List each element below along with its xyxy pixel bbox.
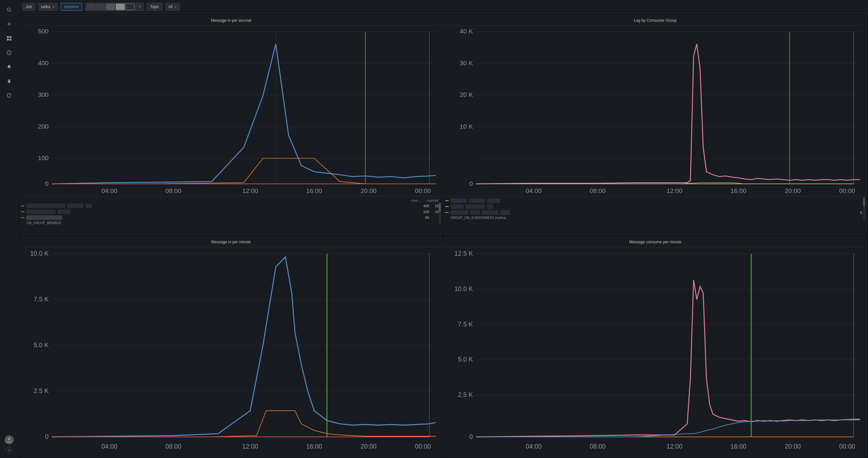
- avatar[interactable]: [5, 435, 14, 444]
- legend-label-1c: [86, 204, 92, 208]
- chart-lag-consumer-area: 40 K 30 K 20 K 10 K 0 04:00 08:00 12:00 …: [444, 26, 866, 196]
- svg-text:0: 0: [469, 180, 473, 187]
- svg-text:10.0 K: 10.0 K: [30, 250, 49, 257]
- topic-button[interactable]: Topic: [146, 3, 162, 11]
- help-icon[interactable]: ?: [5, 447, 13, 454]
- svg-text:00:00: 00:00: [415, 443, 431, 450]
- bell-icon[interactable]: [3, 61, 15, 73]
- svg-text:200: 200: [38, 123, 49, 130]
- legend-row-1: 405 151: [21, 203, 441, 209]
- search-icon[interactable]: [3, 4, 15, 15]
- instance-chip-2[interactable]: [96, 4, 105, 10]
- svg-text:20:00: 20:00: [361, 188, 376, 194]
- svg-text:16:00: 16:00: [731, 443, 746, 450]
- legend-label-2: [26, 209, 56, 214]
- svg-rect-6: [7, 39, 9, 41]
- legend-color-2: [21, 211, 24, 212]
- chart-msg-per-minute-title: Message in per minute: [20, 237, 442, 247]
- svg-text:0: 0: [469, 433, 473, 440]
- lag-legend-row-2: [445, 204, 865, 209]
- svg-text:7.5 K: 7.5 K: [34, 295, 49, 302]
- lag-legend-label-2: [451, 204, 464, 209]
- svg-text:04:00: 04:00: [101, 188, 117, 194]
- job-button[interactable]: Job: [22, 3, 35, 11]
- svg-marker-10: [8, 53, 9, 54]
- svg-text:08:00: 08:00: [165, 443, 181, 450]
- sidebar: ?: [0, 0, 18, 458]
- chart-msg-per-second-area: 500 400 300 200 100 0 04:00 08:00 12:00 …: [20, 26, 442, 196]
- svg-text:12:00: 12:00: [666, 443, 682, 450]
- plus-icon[interactable]: [3, 18, 15, 30]
- instance-selector[interactable]: [85, 3, 144, 11]
- lag-legend-color-2: [445, 206, 448, 207]
- lag-legend-color-3: [445, 212, 448, 213]
- svg-text:300: 300: [38, 92, 49, 98]
- gear-icon[interactable]: [3, 75, 15, 87]
- svg-text:30 K: 30 K: [460, 60, 473, 66]
- chart-consume-per-minute: Message consume per minute 12.5 K 10.0 K…: [444, 237, 867, 457]
- kafka-dropdown[interactable]: kafka: [38, 3, 58, 11]
- instance-dropdown-arrow[interactable]: [136, 4, 143, 10]
- svg-text:2.5 K: 2.5 K: [458, 391, 473, 398]
- lag-group-label: GROUP_CM_SUBSCRIBER1 (replica...: [445, 216, 865, 220]
- chart-msg-per-second-title: Message in per second: [20, 15, 442, 26]
- svg-text:08:00: 08:00: [165, 188, 181, 194]
- chart-lag-consumer-legend: l 8.0: [444, 196, 866, 235]
- legend-max-3: 99: [420, 216, 429, 220]
- chart-msg-per-second: Message in per second 500 400 300 200 10…: [20, 15, 442, 235]
- legend-header: max ↓ current: [21, 198, 441, 203]
- instance-chip-4[interactable]: [116, 4, 125, 10]
- lag-legend-label-3d: [500, 210, 510, 215]
- svg-text:16:00: 16:00: [306, 443, 322, 450]
- chart-lag-consumer: Lag by Consumer Group 40 K 30 K 20 K 10 …: [444, 15, 867, 235]
- legend-group-label: CM_GROUP_MEMBER: [21, 221, 441, 225]
- svg-text:20 K: 20 K: [460, 92, 473, 98]
- svg-text:10 K: 10 K: [460, 123, 473, 130]
- svg-text:5.0 K: 5.0 K: [458, 356, 473, 363]
- svg-text:7.5 K: 7.5 K: [458, 320, 473, 327]
- svg-marker-9: [8, 51, 9, 53]
- instance-chip-5[interactable]: [125, 4, 134, 10]
- legend-label-1: [26, 204, 65, 208]
- svg-text:04:00: 04:00: [526, 443, 541, 450]
- instance-chip-1[interactable]: [87, 4, 96, 10]
- chart-lag-consumer-title: Lag by Consumer Group: [444, 15, 866, 26]
- svg-text:100: 100: [38, 155, 49, 161]
- svg-text:5.0 K: 5.0 K: [34, 341, 49, 348]
- current-label: current: [427, 198, 438, 202]
- svg-text:08:00: 08:00: [590, 188, 606, 194]
- topic-dropdown[interactable]: All: [165, 3, 180, 11]
- instance-chip-3[interactable]: [106, 4, 115, 10]
- svg-text:0: 0: [45, 180, 49, 187]
- shield-icon[interactable]: [3, 90, 15, 101]
- lag-legend-label-1: [451, 198, 467, 203]
- legend-label-3: [26, 215, 62, 220]
- legend-scrollbar[interactable]: [439, 203, 441, 225]
- compass-icon[interactable]: [3, 47, 15, 59]
- svg-text:08:00: 08:00: [590, 443, 606, 450]
- lag-legend-color-1: [445, 200, 448, 201]
- lag-legend-label-3: [451, 210, 468, 215]
- svg-point-12: [8, 437, 10, 440]
- svg-text:12.5 K: 12.5 K: [455, 250, 473, 257]
- svg-text:500: 500: [38, 28, 49, 35]
- svg-line-1: [10, 11, 11, 12]
- svg-text:40 K: 40 K: [460, 28, 473, 35]
- max-sort[interactable]: max ↓: [411, 198, 420, 202]
- svg-rect-4: [7, 36, 9, 38]
- legend-row-2: 100 100: [21, 209, 441, 215]
- svg-text:2.5 K: 2.5 K: [34, 387, 49, 394]
- grid-icon[interactable]: [3, 32, 15, 44]
- lag-legend-row-3: 8.0: [445, 209, 865, 215]
- svg-text:12:00: 12:00: [242, 188, 258, 194]
- svg-text:20:00: 20:00: [785, 443, 801, 450]
- lag-legend-label-3c: [482, 210, 498, 215]
- legend-max-2: 100: [420, 210, 429, 214]
- chart-msg-per-second-legend: max ↓ current 405 151: [20, 196, 442, 235]
- svg-text:00:00: 00:00: [415, 188, 431, 194]
- chart-consume-per-minute-title: Message consume per minute: [444, 237, 866, 247]
- main-content: Job kafka Instance Topic All: [18, 0, 868, 458]
- instance-button[interactable]: Instance: [60, 3, 82, 11]
- chart-msg-per-minute: Message in per minute 10.0 K 7.5 K 5.0 K…: [20, 237, 442, 457]
- lag-legend-scrollbar[interactable]: [863, 198, 865, 220]
